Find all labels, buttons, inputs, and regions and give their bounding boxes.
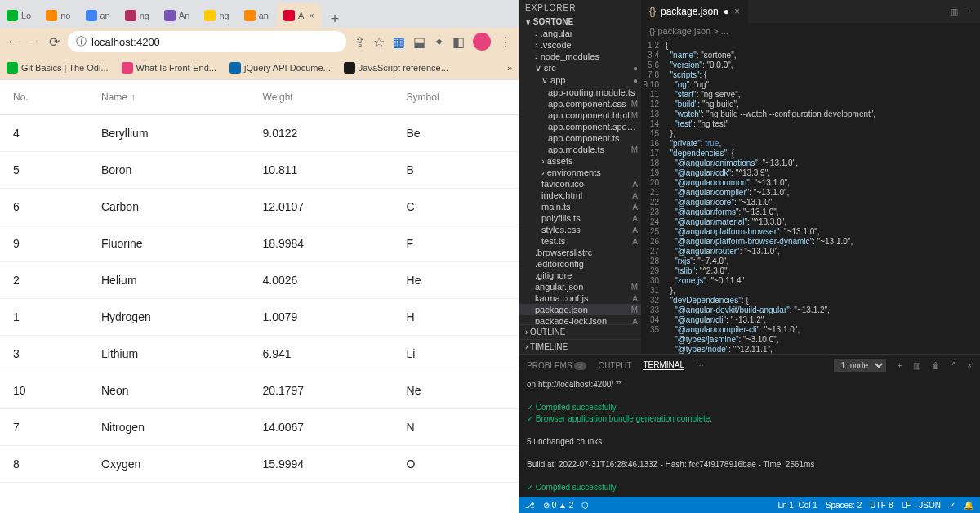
breadcrumb[interactable]: {} package.json > ... [641, 23, 980, 39]
ext-icon[interactable]: ▦ [393, 34, 405, 50]
bookmark-item[interactable]: jQuery API Docume... [229, 62, 331, 74]
git-badge: ● [633, 64, 638, 73]
file-item[interactable]: test.tsA [519, 235, 641, 247]
file-item[interactable]: polyfills.tsA [519, 212, 641, 224]
folder-item[interactable]: › environments [519, 167, 641, 178]
file-item[interactable]: styles.cssA [519, 224, 641, 235]
chrome-tab[interactable]: ng [198, 3, 235, 28]
bookmarks-overflow-icon[interactable]: » [507, 63, 512, 73]
omnibox[interactable]: ⓘ localhost:4200 [68, 31, 346, 52]
file-item[interactable]: index.htmlA [519, 190, 641, 201]
favicon [164, 10, 176, 21]
status-item[interactable]: 🔔 [964, 501, 973, 510]
file-item[interactable]: .browserslistrc [519, 247, 641, 258]
folder-item[interactable]: ∨ app● [519, 74, 641, 87]
col-symbol[interactable]: Symbol [394, 80, 519, 115]
page-content: No. Name↑ Weight Symbol 4Beryllium9.0122… [0, 80, 519, 513]
file-item[interactable]: main.tsA [519, 201, 641, 212]
outline-section[interactable]: › OUTLINE [519, 324, 641, 339]
modified-dot-icon: ● [724, 6, 729, 17]
folder-item[interactable]: › .angular [519, 28, 641, 39]
status-item[interactable]: ⬡ [581, 501, 589, 510]
new-tab-button[interactable]: + [323, 11, 348, 28]
minimap[interactable] [931, 39, 980, 354]
code-editor[interactable]: 1 2 3 4 5 6 7 8 9 10 11 12 13 14 15 16 1… [641, 39, 980, 354]
status-item[interactable]: ✓ [949, 501, 956, 510]
status-item[interactable]: Ln 1, Col 1 [777, 501, 817, 510]
split-icon[interactable]: ▥ [950, 7, 958, 17]
extensions-icon[interactable]: ✦ [434, 34, 444, 50]
profile-avatar[interactable] [473, 33, 491, 51]
close-icon[interactable]: × [309, 11, 314, 20]
close-icon[interactable]: × [734, 6, 740, 17]
git-badge: A [632, 225, 638, 234]
file-item[interactable]: app.component.ts [519, 132, 641, 144]
col-weight[interactable]: Weight [250, 80, 394, 115]
tab-terminal[interactable]: TERMINAL [643, 360, 684, 370]
file-item[interactable]: app.component.htmlM [519, 109, 641, 121]
bookmark-icon[interactable]: ☆ [373, 34, 385, 50]
status-item[interactable]: LF [902, 501, 911, 510]
terminal-select[interactable]: 1: node [834, 359, 886, 372]
folder-item[interactable]: › assets [519, 155, 641, 167]
timeline-section[interactable]: › TIMELINE [519, 339, 641, 354]
folder-item[interactable]: › node_modules [519, 51, 641, 62]
tab-problems[interactable]: PROBLEMS 2 [527, 361, 586, 370]
file-item[interactable]: karma.conf.jsA [519, 292, 641, 304]
split-terminal-icon[interactable]: ▥ [913, 361, 920, 370]
editor-tab-package[interactable]: {} package.json ● × [641, 0, 749, 23]
forward-icon[interactable]: → [28, 34, 41, 49]
trash-icon[interactable]: 🗑 [932, 361, 940, 370]
col-no[interactable]: No. [0, 80, 88, 115]
file-item[interactable]: app-routing.module.ts [519, 87, 641, 98]
chrome-tab[interactable]: A× [277, 3, 321, 28]
status-item[interactable]: ⊘ 0 ▲ 2 [543, 501, 573, 510]
chrome-tab[interactable]: Lo [0, 3, 38, 28]
favicon [283, 10, 295, 21]
chrome-tab[interactable]: ng [118, 3, 156, 28]
status-item[interactable]: ⎇ [525, 501, 535, 510]
status-item[interactable]: JSON [919, 501, 941, 510]
favicon [122, 62, 133, 74]
chrome-tab[interactable]: An [158, 3, 196, 28]
file-item[interactable]: app.component.spec.ts [519, 121, 641, 132]
favicon [86, 10, 97, 21]
close-panel-icon[interactable]: × [967, 361, 972, 370]
project-name[interactable]: ∨ SORTONE [519, 16, 641, 28]
json-icon: {} [649, 6, 656, 17]
menu-icon[interactable]: ⋮ [499, 34, 512, 50]
file-item[interactable]: package-lock.jsonA [519, 315, 641, 324]
file-item[interactable]: favicon.icoA [519, 178, 641, 190]
ext2-icon[interactable]: ⬓ [413, 34, 425, 50]
terminal-output[interactable]: on http://localhost:4200/ ** ✓ Compiled … [519, 376, 980, 497]
file-item[interactable]: .gitignore [519, 270, 641, 281]
sidepanel-icon[interactable]: ◧ [452, 34, 465, 50]
col-name[interactable]: Name↑ [88, 80, 250, 115]
bookmark-item[interactable]: JavaScript reference... [344, 62, 448, 74]
back-icon[interactable]: ← [7, 34, 20, 49]
tab-output[interactable]: OUTPUT [598, 361, 631, 370]
share-icon[interactable]: ⇪ [354, 34, 365, 50]
maximize-icon[interactable]: ^ [951, 361, 956, 370]
bookmark-item[interactable]: What Is Front-End... [122, 62, 216, 74]
reload-icon[interactable]: ⟳ [49, 34, 60, 50]
bottom-panel: PROBLEMS 2 OUTPUT TERMINAL ⋯ 1: node + ▥… [519, 354, 980, 497]
folder-item[interactable]: › .vscode [519, 39, 641, 51]
file-item[interactable]: package.jsonM [519, 304, 641, 315]
status-item[interactable]: UTF-8 [870, 501, 893, 510]
status-item[interactable]: Spaces: 2 [826, 501, 862, 510]
chrome-tab[interactable]: no [39, 3, 77, 28]
more-icon[interactable]: ⋯ [696, 361, 704, 370]
more-icon[interactable]: ⋯ [964, 7, 973, 17]
file-item[interactable]: angular.jsonM [519, 281, 641, 292]
chrome-tab[interactable]: an [79, 3, 117, 28]
chrome-tab[interactable]: an [238, 3, 275, 28]
folder-item[interactable]: ∨ src● [519, 62, 641, 74]
file-item[interactable]: app.module.tsM [519, 144, 641, 155]
bookmark-item[interactable]: Git Basics | The Odi... [7, 62, 109, 74]
explorer-title: EXPLORER [519, 0, 641, 16]
site-info-icon[interactable]: ⓘ [76, 34, 87, 49]
new-terminal-icon[interactable]: + [898, 361, 902, 370]
file-item[interactable]: app.component.cssM [519, 98, 641, 109]
file-item[interactable]: .editorconfig [519, 258, 641, 270]
